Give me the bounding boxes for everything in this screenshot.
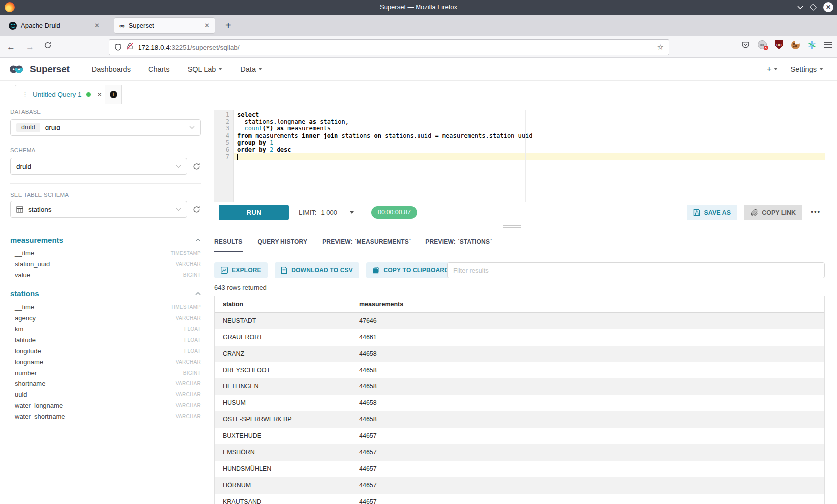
table-icon xyxy=(16,206,23,213)
tab-query-history[interactable]: QUERY HISTORY xyxy=(258,234,308,252)
code-line[interactable]: select xyxy=(234,111,825,118)
add-query-tab[interactable]: + xyxy=(105,85,122,104)
window-title: Superset — Mozilla Firefox xyxy=(0,0,837,15)
tab-close-icon[interactable]: ✕ xyxy=(204,22,210,29)
menu-icon[interactable] xyxy=(824,42,832,48)
tab-results[interactable]: RESULTS xyxy=(214,234,243,252)
tab-close-icon[interactable]: ✕ xyxy=(94,22,100,29)
code-line[interactable] xyxy=(234,153,825,160)
nav-charts[interactable]: Charts xyxy=(148,65,170,73)
cell-measurements: 44661 xyxy=(351,329,377,346)
editor-lines[interactable]: select stations.longname as station, cou… xyxy=(234,110,825,202)
rows-returned-text: 643 rows returned xyxy=(214,284,267,291)
pocket-icon[interactable] xyxy=(741,41,750,49)
database-select[interactable]: druid druid xyxy=(10,119,201,136)
cookie-extension-icon[interactable] xyxy=(791,41,800,49)
column-name: __time xyxy=(15,250,34,257)
column-row: shortnameVARCHAR xyxy=(10,378,201,389)
plus-icon: + xyxy=(110,91,117,98)
copy-link-button[interactable]: COPY LINK xyxy=(744,205,802,220)
url-bar[interactable]: 172.18.0.4:32251/superset/sqllab/ ☆ xyxy=(109,39,669,55)
new-tab-button[interactable]: + xyxy=(225,20,231,31)
download-csv-button[interactable]: DOWNLOAD TO CSV xyxy=(275,262,359,278)
forward-icon[interactable]: → xyxy=(26,42,34,52)
column-row: __timeTIMESTAMP xyxy=(10,301,201,312)
column-header-station[interactable]: station xyxy=(215,296,351,312)
limit-dropdown[interactable]: LIMIT: 1 000 xyxy=(299,205,354,220)
cell-station: DREYSCHLOOT xyxy=(215,362,351,378)
tracking-shield-icon[interactable] xyxy=(114,43,122,51)
insecure-lock-icon[interactable] xyxy=(126,42,134,52)
drag-handle-icon[interactable]: ⋮ xyxy=(22,91,28,98)
chevron-down-icon xyxy=(189,126,195,129)
code-line[interactable]: count(*) as measurements xyxy=(234,125,825,132)
table-section-measurements[interactable]: measurements xyxy=(10,234,201,245)
table-row: KRAUTSAND44657 xyxy=(215,494,824,504)
database-type-badge: druid xyxy=(16,123,40,132)
table-row: HUSUM44658 xyxy=(215,395,824,411)
limit-label: LIMIT: xyxy=(299,209,316,216)
tab-title: Apache Druid xyxy=(21,22,60,29)
cell-measurements: 44657 xyxy=(351,461,377,477)
collapse-icon[interactable] xyxy=(195,292,201,295)
column-row: uuidVARCHAR xyxy=(10,389,201,400)
proxy-extension-icon[interactable]: ✕ xyxy=(758,40,767,49)
column-row: numberBIGINT xyxy=(10,367,201,378)
column-row: station_uuidVARCHAR xyxy=(10,258,201,269)
browser-tab-superset[interactable]: ∞ Superset ✕ xyxy=(114,17,215,34)
pane-resize-handle[interactable] xyxy=(503,225,521,229)
ublock-origin-icon[interactable]: UO xyxy=(775,40,783,49)
schema-select[interactable]: druid xyxy=(10,158,187,175)
settings-menu[interactable]: Settings xyxy=(791,65,823,73)
code-line[interactable]: from measurements inner join stations on… xyxy=(234,132,825,139)
save-icon xyxy=(693,209,700,216)
collapse-icon[interactable] xyxy=(195,238,201,242)
text-cursor xyxy=(237,154,238,160)
window-close-icon[interactable]: ✕ xyxy=(823,2,833,12)
refresh-table-icon[interactable] xyxy=(192,205,201,214)
column-type: VARCHAR xyxy=(176,392,201,397)
filter-results-input[interactable] xyxy=(447,262,825,278)
bookmark-star-icon[interactable]: ☆ xyxy=(657,43,664,52)
editor-toolbar: RUN LIMIT: 1 000 00:00:00.87 SAVE AS COP… xyxy=(214,205,825,220)
reload-icon[interactable] xyxy=(44,41,52,52)
copy-clipboard-button[interactable]: COPY TO CLIPBOARD xyxy=(366,262,455,278)
column-name: water_longname xyxy=(15,402,63,409)
table-section-stations[interactable]: stations xyxy=(10,288,201,299)
query-tab-active[interactable]: ⋮ Untitled Query 1 ✕ xyxy=(15,85,109,104)
query-tab-close-icon[interactable]: ✕ xyxy=(97,91,102,98)
window-maximize-icon[interactable] xyxy=(810,4,817,11)
code-line[interactable]: stations.longname as station, xyxy=(234,118,825,125)
cell-station: HUSUM xyxy=(215,395,351,411)
column-header-measurements[interactable]: measurements xyxy=(351,296,403,312)
nav-sql-lab[interactable]: SQL Lab xyxy=(188,65,223,73)
nav-dashboards[interactable]: Dashboards xyxy=(92,65,131,73)
refresh-schema-icon[interactable] xyxy=(192,162,201,171)
more-actions-button[interactable]: ••• xyxy=(811,208,821,215)
clipboard-icon xyxy=(373,267,379,274)
superset-brand[interactable]: Superset xyxy=(6,62,70,76)
line-number: 7 xyxy=(215,153,233,160)
save-as-button[interactable]: SAVE AS xyxy=(687,205,738,220)
table-select[interactable]: stations xyxy=(10,201,187,218)
sql-editor[interactable]: 1234567 select stations.longname as stat… xyxy=(214,110,825,202)
column-type: BIGINT xyxy=(183,370,201,376)
column-type: VARCHAR xyxy=(176,381,201,386)
window-minimize-icon[interactable] xyxy=(797,5,803,9)
nav-data[interactable]: Data xyxy=(240,65,262,73)
browser-tab-apache-druid[interactable]: Apache Druid ✕ xyxy=(4,17,105,34)
cell-measurements: 44658 xyxy=(351,395,377,411)
tab-preview-measurements[interactable]: PREVIEW: `MEASUREMENTS` xyxy=(322,234,411,252)
run-button[interactable]: RUN xyxy=(219,205,289,220)
column-name: longname xyxy=(15,358,43,366)
back-icon[interactable]: ← xyxy=(7,42,15,52)
superset-logo-icon xyxy=(6,62,27,76)
asterisk-extension-icon[interactable] xyxy=(808,41,816,49)
code-line[interactable]: group by 1 xyxy=(234,139,825,146)
column-row: longnameVARCHAR xyxy=(10,356,201,367)
new-item-button[interactable]: + xyxy=(767,64,778,74)
cell-measurements: 47646 xyxy=(351,313,377,329)
code-line[interactable]: order by 2 desc xyxy=(234,146,825,153)
tab-preview-stations[interactable]: PREVIEW: `STATIONS` xyxy=(425,234,492,252)
explore-button[interactable]: EXPLORE xyxy=(214,262,268,278)
